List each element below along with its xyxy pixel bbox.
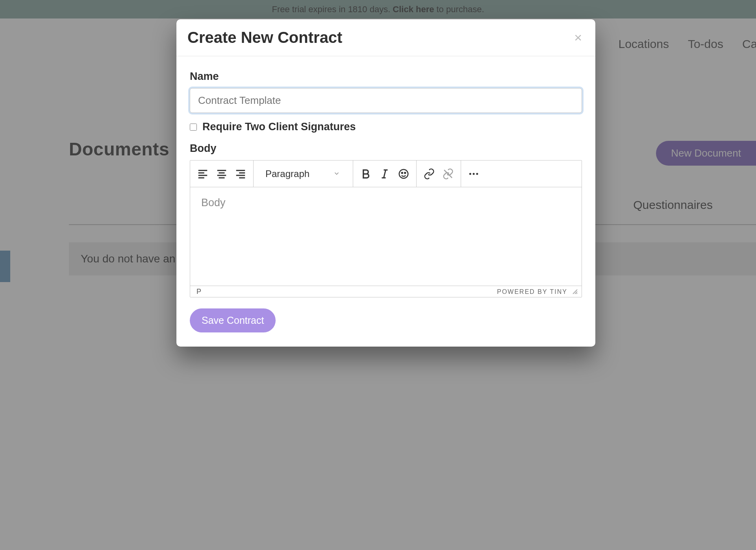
svg-point-17 bbox=[404, 172, 406, 173]
contract-name-input[interactable] bbox=[190, 88, 582, 113]
svg-line-14 bbox=[384, 170, 386, 178]
svg-point-15 bbox=[399, 169, 408, 178]
svg-point-16 bbox=[402, 172, 403, 173]
editor-body[interactable]: Body bbox=[190, 187, 582, 286]
format-dropdown[interactable]: Paragraph bbox=[257, 168, 350, 179]
name-label: Name bbox=[190, 70, 582, 83]
italic-icon[interactable] bbox=[375, 164, 394, 183]
svg-point-21 bbox=[476, 173, 478, 175]
svg-line-24 bbox=[576, 293, 577, 294]
align-left-icon[interactable] bbox=[193, 164, 212, 183]
powered-by-label: POWERED BY TINY bbox=[497, 288, 567, 295]
align-right-icon[interactable] bbox=[231, 164, 250, 183]
save-contract-button[interactable]: Save Contract bbox=[190, 308, 276, 332]
more-icon[interactable] bbox=[464, 164, 483, 183]
body-label: Body bbox=[190, 142, 582, 155]
editor-toolbar: Paragraph bbox=[190, 161, 582, 187]
editor-element-path: P bbox=[196, 288, 201, 296]
chevron-down-icon bbox=[333, 168, 340, 179]
close-icon[interactable]: × bbox=[574, 30, 582, 45]
format-dropdown-label: Paragraph bbox=[265, 168, 309, 179]
rich-text-editor: Paragraph bbox=[190, 160, 582, 297]
require-two-signatures-checkbox[interactable] bbox=[190, 124, 197, 131]
link-icon[interactable] bbox=[420, 164, 439, 183]
bold-icon[interactable] bbox=[356, 164, 375, 183]
modal-title: Create New Contract bbox=[187, 29, 342, 46]
resize-handle-icon[interactable] bbox=[571, 288, 578, 296]
emoji-icon[interactable] bbox=[394, 164, 413, 183]
require-two-signatures-label[interactable]: Require Two Client Signatures bbox=[202, 121, 356, 133]
svg-point-19 bbox=[469, 173, 471, 175]
svg-line-22 bbox=[573, 290, 577, 294]
unlink-icon[interactable] bbox=[439, 164, 458, 183]
create-contract-modal: Create New Contract × Name Require Two C… bbox=[176, 19, 595, 347]
svg-point-20 bbox=[473, 173, 475, 175]
align-center-icon[interactable] bbox=[212, 164, 231, 183]
